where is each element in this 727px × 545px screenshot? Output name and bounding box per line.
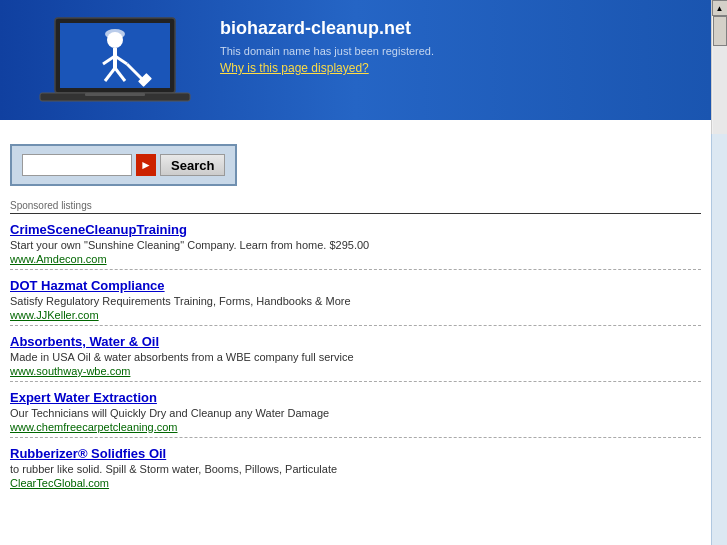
listings-container: CrimeSceneCleanupTraining Start your own…: [0, 214, 711, 493]
search-arrow-icon: ►: [136, 154, 156, 176]
listing-title-0[interactable]: CrimeSceneCleanupTraining: [10, 222, 701, 237]
listing-title-3[interactable]: Expert Water Extraction: [10, 390, 701, 405]
laptop-graphic: [30, 5, 200, 115]
laptop-svg: [35, 8, 195, 113]
listing-url-0[interactable]: www.Amdecon.com: [10, 253, 701, 265]
sponsored-label: Sponsored listings: [0, 196, 711, 213]
listing-desc-4: to rubber like solid. Spill & Storm wate…: [10, 463, 701, 475]
list-item: Rubberizer® Solidfies Oil to rubber like…: [10, 438, 701, 493]
search-area: ► Search: [0, 134, 711, 196]
header-banner: biohazard-cleanup.net This domain name h…: [0, 0, 711, 120]
list-item: Expert Water Extraction Our Technicians …: [10, 382, 701, 438]
listing-url-1[interactable]: www.JJKeller.com: [10, 309, 701, 321]
list-item: Absorbents, Water & Oil Made in USA Oil …: [10, 326, 701, 382]
scroll-up-button[interactable]: ▲: [712, 0, 728, 16]
listing-title-1[interactable]: DOT Hazmat Compliance: [10, 278, 701, 293]
listing-desc-2: Made in USA Oil & water absorbents from …: [10, 351, 701, 363]
content-area: ► Search Sponsored listings CrimeSceneCl…: [0, 134, 711, 545]
domain-name: biohazard-cleanup.net: [220, 18, 434, 39]
svg-rect-12: [85, 93, 145, 96]
domain-subtitle: This domain name has just been registere…: [220, 45, 434, 57]
search-button[interactable]: Search: [160, 154, 225, 176]
listing-url-2[interactable]: www.southway-wbe.com: [10, 365, 701, 377]
right-panel: [711, 134, 727, 545]
main-wrapper: ► Search Sponsored listings CrimeSceneCl…: [0, 134, 727, 545]
header-gap: [0, 120, 727, 134]
header-text-block: biohazard-cleanup.net This domain name h…: [220, 18, 434, 75]
listing-desc-3: Our Technicians will Quickly Dry and Cle…: [10, 407, 701, 419]
listing-desc-0: Start your own "Sunshine Cleaning" Compa…: [10, 239, 701, 251]
listing-desc-1: Satisfy Regulatory Requirements Training…: [10, 295, 701, 307]
search-input[interactable]: [22, 154, 132, 176]
listing-title-2[interactable]: Absorbents, Water & Oil: [10, 334, 701, 349]
list-item: DOT Hazmat Compliance Satisfy Regulatory…: [10, 270, 701, 326]
list-item: CrimeSceneCleanupTraining Start your own…: [10, 214, 701, 270]
search-box: ► Search: [10, 144, 237, 186]
scroll-thumb[interactable]: [713, 16, 727, 46]
listing-title-4[interactable]: Rubberizer® Solidfies Oil: [10, 446, 701, 461]
listing-url-4[interactable]: ClearTecGlobal.com: [10, 477, 701, 489]
why-link[interactable]: Why is this page displayed?: [220, 61, 434, 75]
svg-point-10: [105, 29, 125, 39]
listing-url-3[interactable]: www.chemfreecarpetcleaning.com: [10, 421, 701, 433]
